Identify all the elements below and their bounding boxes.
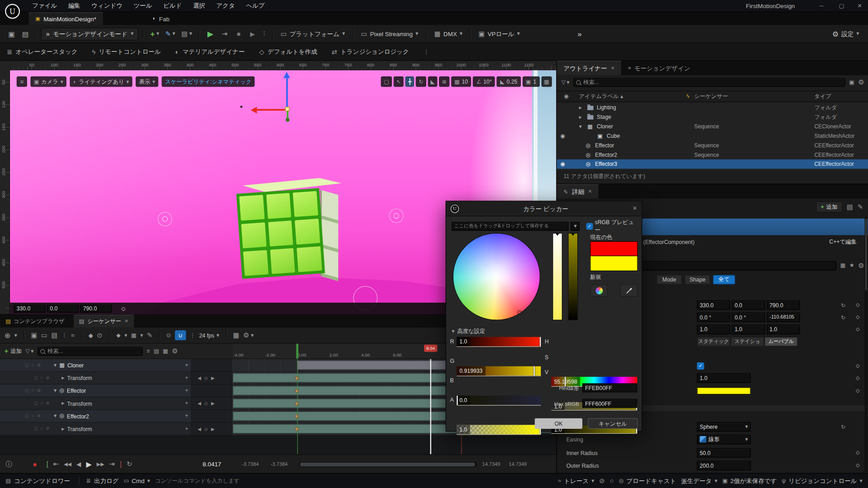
add-actor-dropdown[interactable]: +▾ [148,30,161,38]
gizmo-z-axis[interactable] [286,78,288,109]
add-section-icon[interactable]: + [185,413,188,419]
blueprints-dropdown[interactable]: ✎▾ [163,30,178,37]
edit-pen-icon[interactable]: ✎ [147,332,152,339]
menu-item[interactable]: ウィンドウ [86,2,128,10]
ok-button[interactable]: OK [535,418,582,429]
expand-caret[interactable]: ▾ [54,362,57,368]
visibility-eye-icon[interactable]: ◉ [560,161,565,167]
chevron-down-icon[interactable]: ▾ [124,333,127,338]
platforms-dropdown[interactable]: ▭プラットフォーム▾ [277,30,348,38]
lock-icon[interactable]: ◻ [25,363,28,367]
render-movie-icon[interactable]: ▤ [51,332,57,339]
coord-y-field[interactable]: 0.0 [47,305,79,312]
content-drawer-button[interactable]: ▤コンテンツドロワー [5,477,70,485]
outliner-filter-dropdown[interactable]: ▽▾ [561,80,570,85]
outliner-row-selected[interactable]: ◉ ◎ Effector3 CEEffectorActor [557,160,868,169]
add-section-icon[interactable]: + [185,375,188,380]
add-section-icon[interactable]: + [185,401,188,406]
dmx-dropdown[interactable]: ▦DMX▾ [431,30,466,37]
content-browser-icon[interactable]: ▤ [19,30,32,38]
column-type[interactable]: タイプ [814,92,831,100]
loop-button[interactable]: ↻ [127,461,132,468]
solo-icon[interactable]: ○ [40,375,43,380]
stop-button[interactable]: ■ [232,31,245,37]
hex-linear-field[interactable]: FFEB00FF [582,384,637,393]
prev-key-icon[interactable]: ◀ [198,401,201,406]
mode-selector-dropdown[interactable]: » モーションデザインモード ▾ [41,28,139,40]
next-key-icon[interactable]: ▶ [211,375,215,380]
info-icon[interactable]: ⓘ [5,461,12,468]
g-value[interactable]: 0.919933 [457,366,485,376]
mute-icon[interactable]: ⊘ [37,363,40,367]
tab-motion-design[interactable]: » モーションデザイン [621,61,697,75]
component-browser-icon[interactable]: ▤ [847,204,853,211]
keyframe-diamond[interactable]: ◇ [856,375,859,380]
skip-to-end-button[interactable]: ⇥ [219,30,231,37]
menu-item[interactable]: ツール [128,2,158,10]
enabled-checkbox[interactable]: ✓ [697,362,704,369]
add-key-icon[interactable]: ◇ [204,375,208,380]
mute-icon[interactable]: ⊘ [37,389,40,393]
add-track-button[interactable]: +追加 [5,347,22,355]
cinematics-dropdown[interactable]: ▤▾ [179,30,194,37]
rotate-tool-button[interactable]: ↻ [416,76,426,87]
output-log-button[interactable]: ≣出力ログ [86,477,118,485]
close-tab-icon[interactable]: ✕ [611,66,614,70]
outliner-row[interactable]: ◎ Effector Sequence CEEffectorActor [557,141,868,150]
collapse-all-icon[interactable]: ≡ [146,348,150,354]
keyframe-diamond[interactable]: ◇ [856,302,859,308]
remote-control-button[interactable]: ϟリモートコントロール [92,47,160,56]
add-key-icon[interactable]: ◇ [204,401,208,406]
b-value[interactable]: 0.0 [457,396,470,405]
scalability-badge[interactable]: スケーラビリティ:シネマティック [162,76,255,87]
close-tab-icon[interactable]: ✕ [124,319,128,324]
column-item-label[interactable]: アイテムラベル [579,92,619,100]
close-tab-icon[interactable]: ✕ [588,189,592,194]
fps-dropdown[interactable]: 24 fps▾ [199,332,219,338]
rotation-snap-button[interactable]: ∠10° [473,76,495,87]
trace-button[interactable]: ≈トレース▾ [558,477,594,485]
outliner-row[interactable]: ▸ Lighting フォルダ [557,103,868,113]
next-key-icon[interactable]: ▶ [211,426,215,431]
tab-outliner[interactable]: アウトライナー ✕ [557,61,621,75]
save-icon[interactable]: ▣ [5,30,18,38]
b-channel-slider[interactable]: 0.0 [457,396,541,406]
launch-button[interactable]: ▶ [246,31,259,37]
vp-roll-dropdown[interactable]: ▣VPロール▾ [475,30,523,38]
mobility-static-button[interactable]: スタティック [697,337,730,346]
color-picker-title-bar[interactable]: U カラー ピッカー ✕ [446,202,642,216]
display-filter-icon[interactable]: ▦ [840,263,846,268]
keyframe-dot[interactable] [295,427,299,431]
track-search-input[interactable]: 検索... [38,347,143,356]
add-section-icon[interactable]: + [185,388,188,393]
to-front-button[interactable]: ⇤ [53,461,59,468]
add-keyframe-icon[interactable]: ◇ [121,306,125,311]
solo-icon[interactable]: ○ [31,414,34,418]
keyframe-dot[interactable] [295,414,299,418]
operator-stack-button[interactable]: ≣オペレータースタック [7,47,78,56]
select-tool-button[interactable]: ↖ [393,76,404,87]
prev-key-icon[interactable]: ◀ [198,426,201,431]
revision-control-button[interactable]: ψリビジョンコントロール▾ [782,477,862,485]
next-key-button[interactable]: ▶▶ [97,462,104,467]
gizmo-x-axis[interactable] [257,109,287,111]
derived-data-dropdown[interactable]: 派生データ▾ [681,477,717,485]
hex-srgb-field[interactable]: FFF600FF [582,399,637,408]
outer-radius-field[interactable]: 200.0 [697,460,751,470]
g-channel-slider[interactable]: 0.919933 [457,366,541,376]
outliner-search-input[interactable]: 検索... [573,78,845,87]
view-options-dropdown[interactable]: ▦ [131,333,137,338]
outliner-row[interactable]: ▸ Stage フォルダ [557,113,868,122]
saved-colors-chevron[interactable]: ▾ [571,222,580,231]
lock-icon[interactable]: ◻ [25,414,28,418]
r-value[interactable]: 1.0 [457,337,470,347]
coord-z-field[interactable]: 790.0 [80,305,112,312]
lighting-dropdown[interactable]: ◐ライティングあり▾ [70,76,132,87]
keyframe-dot[interactable] [295,401,299,405]
outliner-row[interactable]: ◎ Effector2 Sequence CEEffectorActor [557,150,868,160]
create-defaults-button[interactable]: ◇デフォルトを作成 [259,47,317,56]
a-value[interactable]: 1.0 [457,425,470,434]
mobility-stationary-button[interactable]: ステイショ [731,337,764,346]
color-wheel[interactable] [453,233,540,320]
inner-radius-field[interactable]: 50.0 [697,448,751,457]
